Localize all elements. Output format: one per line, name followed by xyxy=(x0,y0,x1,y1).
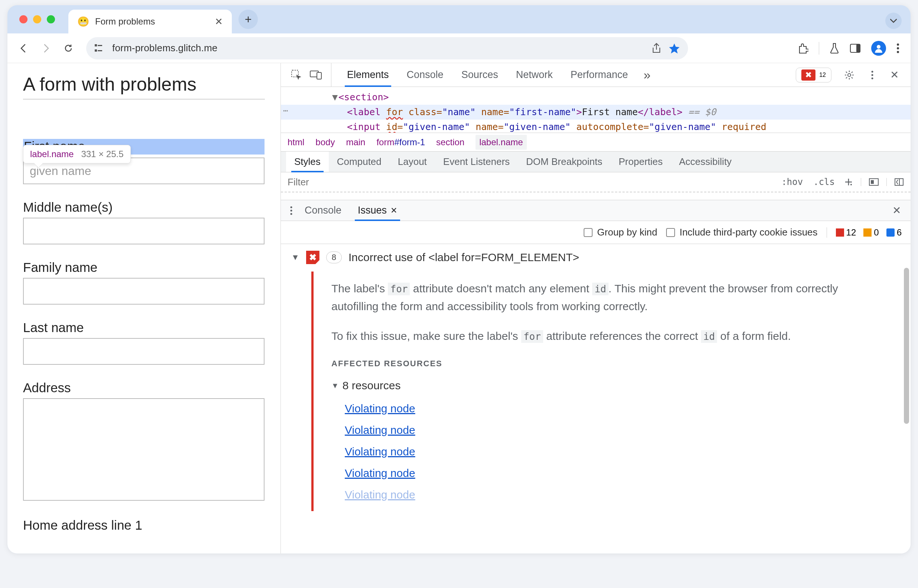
el-line-label[interactable]: <label for class="name" name="first-name… xyxy=(281,105,911,120)
hov-toggle[interactable]: :hov xyxy=(780,177,804,187)
expand-tabs-button[interactable] xyxy=(885,13,902,29)
tab-elements[interactable]: Elements xyxy=(338,63,398,87)
violating-node-link[interactable]: Violating node xyxy=(345,464,887,482)
violating-node-link[interactable]: Violating node xyxy=(345,486,887,504)
issue-item: ▼ ✖ 8 Incorrect use of <label for=FORM_E… xyxy=(281,244,911,518)
subtab-listeners[interactable]: Event Listeners xyxy=(435,152,518,172)
styles-filter-input[interactable] xyxy=(288,176,780,188)
profile-avatar[interactable] xyxy=(871,41,886,56)
inspect-icon[interactable] xyxy=(287,63,306,87)
browser-toolbar: form-problems.glitch.me xyxy=(7,34,911,63)
toggle-sidebar-icon[interactable] xyxy=(886,178,904,186)
subtab-layout[interactable]: Layout xyxy=(390,152,435,172)
site-settings-icon[interactable] xyxy=(94,44,106,53)
labs-icon[interactable] xyxy=(829,43,839,54)
issue-header[interactable]: ▼ ✖ 8 Incorrect use of <label for=FORM_E… xyxy=(291,251,902,264)
crumb-form[interactable]: form#form-1 xyxy=(377,137,425,147)
third-party-cookies-checkbox[interactable]: Include third-party cookie issues xyxy=(666,226,817,238)
window-minimize-button[interactable] xyxy=(33,15,41,23)
share-icon[interactable] xyxy=(651,43,661,54)
tooltip-dimensions: 331 × 25.5 xyxy=(81,149,123,159)
svg-point-16 xyxy=(871,77,873,79)
window-close-button[interactable] xyxy=(19,15,27,23)
tab-console[interactable]: Console xyxy=(398,63,453,87)
crumb-label[interactable]: label.name xyxy=(475,135,527,150)
subtab-computed[interactable]: Computed xyxy=(329,152,390,172)
device-toggle-icon[interactable] xyxy=(306,63,325,87)
devtools-drawer: Console Issues ✕ ✕ Group by kind Include… xyxy=(281,200,911,554)
crumb-body[interactable]: body xyxy=(315,137,335,147)
tooltip-selector: label.name xyxy=(30,149,74,159)
subtab-a11y[interactable]: Accessibility xyxy=(671,152,740,172)
label-address: Address xyxy=(23,380,265,395)
toolbar-divider xyxy=(819,42,819,55)
back-button[interactable] xyxy=(14,39,34,58)
cls-toggle[interactable]: .cls xyxy=(812,177,836,187)
tab-performance[interactable]: Performance xyxy=(562,63,637,87)
issue-counts: 12 0 6 xyxy=(827,227,902,238)
tab-close-icon[interactable]: ✕ xyxy=(215,16,223,27)
content-area: A form with problems label.name 331 × 25… xyxy=(7,63,911,554)
input-family-name[interactable] xyxy=(23,278,265,305)
svg-rect-1 xyxy=(98,45,102,46)
computed-toggle-icon[interactable] xyxy=(861,178,879,186)
input-middle-name[interactable] xyxy=(23,218,265,244)
extensions-icon[interactable] xyxy=(797,43,808,54)
el-line-input[interactable]: <input id="given-name" name="given-name"… xyxy=(281,120,911,133)
input-last-name[interactable] xyxy=(23,338,265,365)
svg-rect-5 xyxy=(857,44,860,52)
drawer-menu-icon[interactable] xyxy=(286,200,296,221)
violating-node-link[interactable]: Violating node xyxy=(345,443,887,460)
field-family-name: Family name xyxy=(23,260,265,305)
subtab-styles[interactable]: Styles xyxy=(286,152,329,172)
more-tabs-icon[interactable]: » xyxy=(637,63,657,87)
devtools-close-icon[interactable]: ✕ xyxy=(886,69,902,81)
bookmark-star-icon[interactable] xyxy=(669,43,680,54)
resources-summary[interactable]: ▼ 8 resources xyxy=(331,376,887,394)
svg-point-17 xyxy=(850,184,852,185)
styles-filter-row: :hov .cls xyxy=(281,172,911,192)
browser-tab[interactable]: 😬 Form problems ✕ xyxy=(68,10,232,34)
url-bar[interactable]: form-problems.glitch.me xyxy=(86,37,688,60)
svg-rect-0 xyxy=(95,44,97,47)
reload-button[interactable] xyxy=(59,39,78,58)
new-tab-button[interactable]: + xyxy=(239,10,258,29)
el-line-section[interactable]: ▼<section> xyxy=(281,90,911,105)
window-maximize-button[interactable] xyxy=(47,15,55,23)
page-heading: A form with problems xyxy=(23,74,265,100)
issues-body[interactable]: ▼ ✖ 8 Incorrect use of <label for=FORM_E… xyxy=(281,244,911,554)
tab-favicon: 😬 xyxy=(77,16,89,27)
issue-occurrence-count: 8 xyxy=(326,252,342,263)
devtools-menu-icon[interactable] xyxy=(867,70,878,80)
crumb-main[interactable]: main xyxy=(346,137,365,147)
forward-button[interactable] xyxy=(36,39,56,58)
issues-count: 12 xyxy=(819,72,826,78)
svg-point-9 xyxy=(897,51,899,53)
side-panel-icon[interactable] xyxy=(850,44,861,53)
drawer-tab-close-icon[interactable]: ✕ xyxy=(391,206,397,215)
drawer-tab-issues[interactable]: Issues ✕ xyxy=(349,200,405,221)
new-style-rule-icon[interactable] xyxy=(844,177,853,187)
svg-rect-3 xyxy=(98,50,102,51)
tab-sources[interactable]: Sources xyxy=(453,63,507,87)
chrome-menu-icon[interactable] xyxy=(897,43,899,53)
svg-point-24 xyxy=(291,213,293,215)
violating-node-link[interactable]: Violating node xyxy=(345,421,887,439)
issue-description: The label's for attribute doesn't match … xyxy=(311,271,902,511)
subtab-properties[interactable]: Properties xyxy=(610,152,671,172)
elements-source[interactable]: ⋯ ▼<section> <label for class="name" nam… xyxy=(281,87,911,133)
drawer-close-icon[interactable]: ✕ xyxy=(892,200,905,221)
group-by-kind-checkbox[interactable]: Group by kind xyxy=(583,226,657,238)
crumb-section[interactable]: section xyxy=(436,137,464,147)
tab-network[interactable]: Network xyxy=(507,63,562,87)
issues-chip[interactable]: ✖ 12 xyxy=(796,68,831,82)
textarea-address[interactable] xyxy=(23,398,265,501)
crumb-html[interactable]: html xyxy=(288,137,304,147)
subtab-dom-bp[interactable]: DOM Breakpoints xyxy=(518,152,610,172)
expand-icon[interactable]: ▼ xyxy=(291,253,299,262)
settings-gear-icon[interactable] xyxy=(840,70,858,80)
drawer-tab-console[interactable]: Console xyxy=(296,200,349,221)
violating-node-link[interactable]: Violating node xyxy=(345,400,887,417)
scrollbar-thumb[interactable] xyxy=(904,268,909,424)
more-actions-icon[interactable]: ⋯ xyxy=(283,103,288,118)
